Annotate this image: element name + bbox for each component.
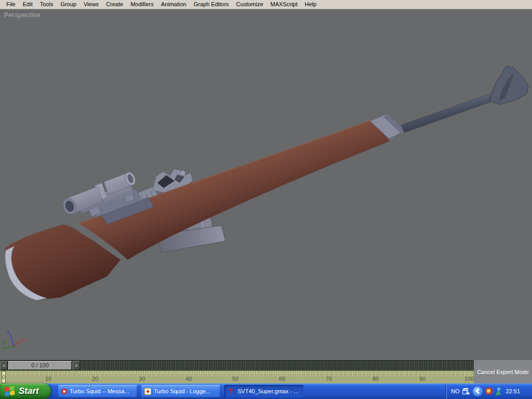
windows-flag-icon <box>4 385 16 397</box>
rifle-front-sight[interactable] <box>489 66 528 104</box>
ruler-frame-label: 40 <box>185 376 192 382</box>
taskbar-clock: 22:51 <box>506 388 521 394</box>
menu-item-group[interactable]: Group <box>57 0 80 9</box>
taskbar-window-button-2[interactable]: Turbo Squid - Logge... <box>141 385 220 397</box>
menu-item-views[interactable]: Views <box>80 0 102 9</box>
window-restore-icon[interactable] <box>462 388 468 394</box>
menu-item-graph-editors[interactable]: Graph Editors <box>190 0 233 9</box>
taskbar-window-button-1[interactable]: Turbo Squid -- Messa... <box>58 385 137 397</box>
ruler-frame-label: 30 <box>139 376 145 382</box>
y-axis-line <box>2 347 14 349</box>
z-axis-line <box>10 334 14 347</box>
menu-item-file[interactable]: File <box>3 0 19 9</box>
x-axis-line <box>14 340 21 347</box>
taskbar: Start Turbo Squid -- Messa...Turbo Squid… <box>0 383 532 399</box>
previous-frame-button[interactable]: < <box>1 361 8 370</box>
menu-item-create[interactable]: Create <box>102 0 127 9</box>
time-slider-track[interactable]: < 0 / 100 > <box>0 360 474 370</box>
language-indicator[interactable]: NO <box>451 388 460 394</box>
taskbar-window-button-label: Turbo Squid - Logge... <box>154 388 210 394</box>
ruler-frame-label: 50 <box>232 376 238 382</box>
system-tray: NO 22:51 <box>446 383 532 399</box>
z-axis-label: z <box>7 328 10 335</box>
menu-item-maxscript[interactable]: MAXScript <box>267 0 301 9</box>
axis-tripod: z x y <box>0 327 31 357</box>
track-bar-ruler[interactable]: 0 102030405060708090100 <box>0 370 474 383</box>
menu-item-modifiers[interactable]: Modifiers <box>127 0 157 9</box>
msn-person-tray-icon[interactable] <box>495 388 502 395</box>
msn-red-tray-icon[interactable] <box>485 388 493 395</box>
taskbar-buttons: Turbo Squid -- Messa...Turbo Squid - Log… <box>58 385 303 397</box>
ruler-frame-label: 60 <box>279 376 285 382</box>
menu-item-customize[interactable]: Customize <box>233 0 267 9</box>
cancel-expert-mode-button[interactable]: Cancel Expert Mode <box>477 369 529 375</box>
ruler-frame-label: 90 <box>419 376 425 382</box>
ruler-frame-label: 20 <box>92 376 98 382</box>
y-axis-label: y <box>2 340 5 346</box>
next-frame-button[interactable]: > <box>73 361 80 370</box>
ruler-frame-label: 100 <box>464 376 474 382</box>
expert-mode-panel: Cancel Expert Mode <box>474 360 532 383</box>
menu-bar: FileEditToolsGroupViewsCreateModifiersAn… <box>0 0 532 9</box>
taskbar-window-button-label: Turbo Squid -- Messa... <box>70 388 129 394</box>
time-slider-handle[interactable]: 0 / 100 <box>8 361 72 370</box>
ruler-frame-label: 70 <box>326 376 332 382</box>
rifle-model[interactable] <box>0 9 532 360</box>
ruler-frame-label: 10 <box>45 376 51 382</box>
turbosquid-icon <box>144 388 151 395</box>
menu-item-edit[interactable]: Edit <box>19 0 36 9</box>
perspective-viewport[interactable]: Perspective <box>0 9 532 360</box>
menu-item-tools[interactable]: Tools <box>36 0 57 9</box>
taskbar-window-button-label: SVT40_Super.gmax - ... <box>237 388 298 394</box>
start-button-label: Start <box>19 386 39 396</box>
ruler-frame-label: 80 <box>373 376 379 382</box>
x-axis-label: x <box>22 336 25 342</box>
menu-item-help[interactable]: Help <box>301 0 321 9</box>
gmax-icon <box>228 388 235 395</box>
menu-item-animation[interactable]: Animation <box>157 0 190 9</box>
start-button[interactable]: Start <box>0 383 51 399</box>
current-frame-marker[interactable]: 0 <box>2 371 6 383</box>
taskbar-window-button-3[interactable]: SVT40_Super.gmax - ... <box>224 385 303 397</box>
opera-icon <box>61 389 67 394</box>
hide-icons-chevron-icon[interactable] <box>473 387 483 396</box>
